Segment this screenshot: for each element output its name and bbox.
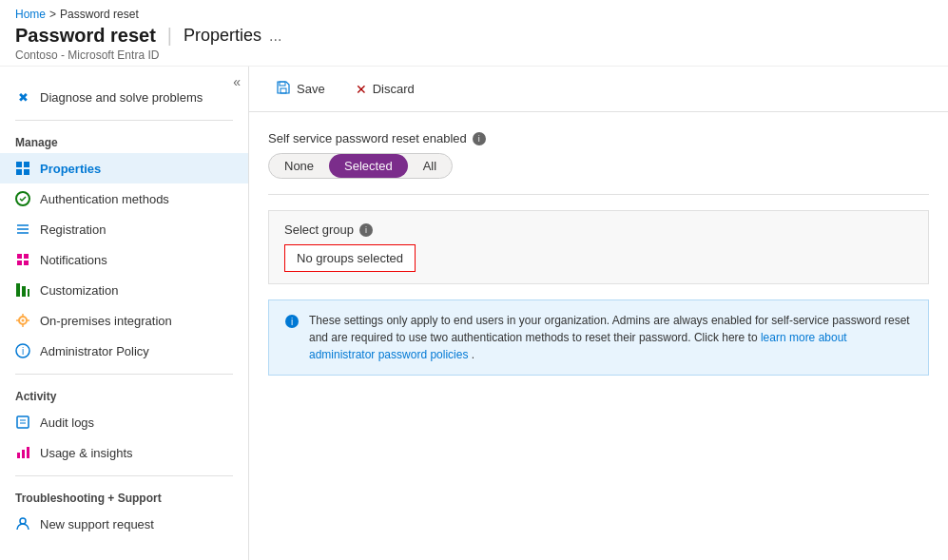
svg-rect-23: [17, 416, 29, 428]
more-options-icon[interactable]: ...: [269, 28, 281, 45]
admin-policy-label: Administrator Policy: [40, 344, 149, 358]
new-support-label: New support request: [40, 517, 154, 531]
customization-icon: [15, 282, 30, 298]
breadcrumb-home[interactable]: Home: [15, 8, 46, 21]
select-group-section: Select group i No groups selected: [268, 210, 929, 284]
svg-text:i: i: [22, 346, 24, 357]
discard-icon: ✕: [356, 82, 367, 97]
save-icon: [276, 80, 291, 98]
svg-rect-28: [27, 447, 29, 458]
breadcrumb-separator: >: [49, 8, 56, 21]
sidebar-item-properties[interactable]: Properties: [0, 153, 248, 183]
sspr-toggle-group: None Selected All: [268, 153, 453, 179]
svg-point-16: [22, 319, 25, 322]
notifications-icon: [15, 252, 30, 267]
collapse-button[interactable]: «: [233, 74, 241, 89]
sidebar-divider-2: [15, 374, 233, 375]
svg-rect-1: [24, 162, 29, 167]
svg-rect-2: [16, 169, 22, 175]
svg-rect-14: [28, 289, 29, 297]
sspr-info-icon[interactable]: i: [473, 132, 486, 145]
audit-logs-icon: [15, 415, 30, 430]
auth-methods-label: Authentication methods: [40, 192, 169, 206]
sidebar-item-registration[interactable]: Registration: [0, 214, 248, 244]
auth-icon: [15, 191, 30, 206]
tenant-label: Contoso - Microsoft Entra ID: [15, 48, 933, 62]
svg-point-29: [20, 518, 26, 524]
content-area: Save ✕ Discard Self service password res…: [249, 67, 948, 560]
toggle-all[interactable]: All: [408, 154, 452, 178]
activity-section-label: Activity: [0, 382, 248, 407]
discard-button[interactable]: ✕ Discard: [348, 78, 422, 101]
sidebar-item-diagnose[interactable]: ✖ Diagnose and solve problems: [0, 82, 248, 112]
breadcrumb-current: Password reset: [60, 8, 139, 21]
svg-text:i: i: [291, 317, 293, 327]
registration-icon: [15, 222, 30, 237]
sspr-label: Self service password reset enabled i: [268, 131, 929, 145]
diagnose-icon: ✖: [15, 89, 30, 105]
svg-rect-26: [17, 453, 20, 458]
toolbar: Save ✕ Discard: [249, 67, 948, 112]
svg-rect-8: [17, 254, 22, 259]
properties-icon: [15, 161, 30, 176]
sidebar-item-notifications[interactable]: Notifications: [0, 244, 248, 275]
save-label: Save: [297, 82, 325, 96]
troubleshooting-section-label: Troubleshooting + Support: [0, 484, 248, 509]
select-group-label: Select group i: [284, 222, 913, 237]
manage-section-label: Manage: [0, 128, 248, 153]
svg-rect-3: [24, 169, 29, 175]
sidebar-divider-3: [15, 475, 233, 476]
sidebar: « ✖ Diagnose and solve problems Manage P…: [0, 67, 249, 560]
customization-label: Customization: [40, 283, 118, 298]
svg-rect-13: [22, 286, 26, 297]
audit-logs-label: Audit logs: [40, 415, 94, 430]
sspr-field-row: Self service password reset enabled i No…: [268, 131, 929, 179]
sidebar-item-customization[interactable]: Customization: [0, 275, 248, 305]
usage-insights-label: Usage & insights: [40, 446, 133, 460]
page-subtitle: Properties: [184, 26, 261, 46]
page-title: Password reset: [15, 25, 156, 47]
admin-policy-icon: i: [15, 343, 30, 358]
no-groups-box[interactable]: No groups selected: [284, 244, 416, 272]
toggle-selected[interactable]: Selected: [329, 154, 408, 178]
svg-rect-11: [24, 261, 29, 265]
info-box-icon: i: [284, 313, 300, 363]
svg-rect-0: [16, 162, 22, 167]
toggle-none[interactable]: None: [269, 154, 329, 178]
onprem-label: On-premises integration: [40, 314, 172, 328]
sidebar-item-new-support[interactable]: New support request: [0, 509, 248, 539]
notifications-label: Notifications: [40, 253, 107, 267]
sidebar-item-on-premises[interactable]: On-premises integration: [0, 305, 248, 336]
sidebar-divider-1: [15, 120, 233, 121]
sidebar-item-admin-policy[interactable]: i Administrator Policy: [0, 336, 248, 366]
breadcrumb: Home > Password reset: [15, 8, 933, 21]
save-button[interactable]: Save: [268, 76, 333, 102]
discard-label: Discard: [373, 82, 415, 96]
usage-insights-icon: [15, 445, 30, 460]
sidebar-item-usage-insights[interactable]: Usage & insights: [0, 437, 248, 468]
svg-rect-30: [281, 88, 286, 93]
svg-rect-9: [24, 254, 29, 259]
info-box-text: These settings only apply to end users i…: [309, 312, 913, 363]
support-icon: [15, 516, 30, 531]
content-divider: [268, 194, 929, 195]
sidebar-item-auth-methods[interactable]: Authentication methods: [0, 183, 248, 214]
svg-rect-27: [22, 450, 25, 458]
properties-label: Properties: [40, 162, 101, 176]
diagnose-label: Diagnose and solve problems: [40, 90, 203, 105]
svg-rect-12: [16, 283, 20, 297]
svg-rect-10: [17, 261, 22, 265]
content-body: Self service password reset enabled i No…: [249, 112, 948, 395]
sidebar-item-audit-logs[interactable]: Audit logs: [0, 407, 248, 437]
registration-label: Registration: [40, 222, 106, 237]
onprem-icon: [15, 313, 30, 328]
title-separator: |: [167, 25, 172, 47]
select-group-info-icon[interactable]: i: [359, 223, 373, 237]
info-box: i These settings only apply to end users…: [268, 299, 929, 376]
